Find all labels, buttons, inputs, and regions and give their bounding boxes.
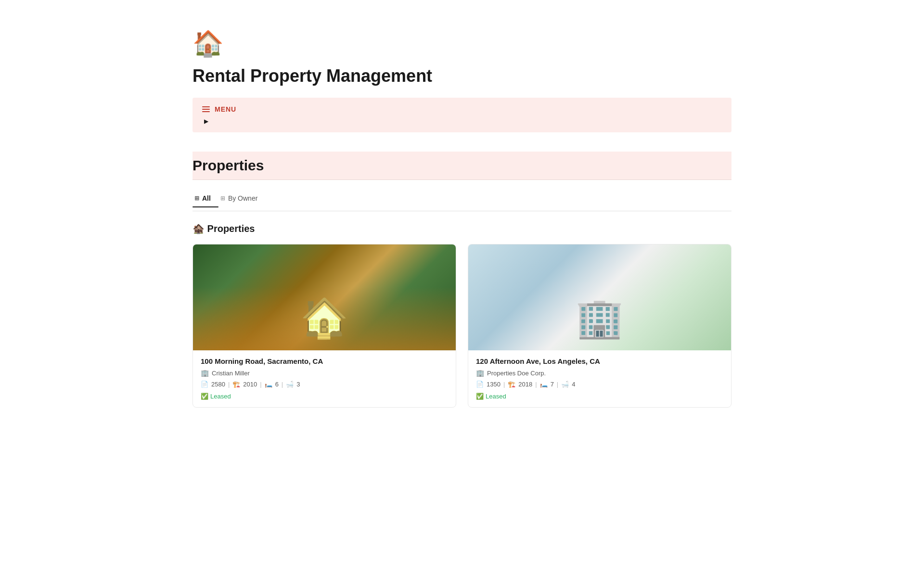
properties-sub-title: 🏚️ Properties [192, 223, 255, 234]
property-info-2: 120 Afternoon Ave, Los Angeles, CA 🏢 Pro… [468, 350, 731, 407]
property-info-1: 100 Morning Road, Sacramento, CA 🏢 Crist… [193, 350, 456, 407]
owner-name-2: Properties Doe Corp. [487, 370, 546, 377]
property-owner-2: 🏢 Properties Doe Corp. [476, 369, 723, 377]
property-stats-1: 📄 2580 | 🏗️ 2010 | 🛏️ 6 | 🛁 3 [201, 381, 448, 388]
baths-icon-1: 🛁 [286, 381, 294, 388]
year-value-2: 2018 [518, 381, 532, 388]
tabs-row: ⊞ All ⊞ By Owner [192, 192, 732, 211]
status-icon-1: ✅ [201, 393, 208, 400]
baths-value-2: 4 [572, 381, 575, 388]
owner-name-1: Cristian Miller [212, 370, 250, 377]
property-stats-2: 📄 1350 | 🏗️ 2018 | 🛏️ 7 | 🛁 4 [476, 381, 723, 388]
properties-sub-header: 🏚️ Properties [192, 223, 732, 234]
owner-icon-2: 🏢 [476, 369, 484, 377]
sqft-icon-2: 📄 [476, 381, 484, 388]
property-image-1 [193, 244, 456, 350]
year-icon-1: 🏗️ [232, 381, 240, 388]
house-icon: 🏠 [192, 29, 732, 58]
menu-arrow[interactable]: ▶ [202, 118, 722, 125]
status-label-1: Leased [210, 393, 231, 400]
beds-value-1: 6 [275, 381, 279, 388]
menu-label: MENU [215, 105, 236, 113]
owner-icon-1: 🏢 [201, 369, 209, 377]
grid-icon-all: ⊞ [194, 195, 199, 202]
property-card-1[interactable]: 100 Morning Road, Sacramento, CA 🏢 Crist… [192, 244, 456, 408]
status-badge-1: ✅ Leased [201, 393, 231, 400]
year-value-1: 2010 [243, 381, 257, 388]
beds-icon-1: 🛏️ [265, 381, 272, 388]
property-card-2[interactable]: 120 Afternoon Ave, Los Angeles, CA 🏢 Pro… [468, 244, 732, 408]
menu-bar: MENU ▶ [192, 98, 732, 132]
app-title: Rental Property Management [192, 66, 732, 86]
baths-value-1: 3 [296, 381, 300, 388]
sqft-value-1: 2580 [211, 381, 225, 388]
menu-toggle[interactable]: MENU [202, 105, 722, 113]
status-label-2: Leased [486, 393, 506, 400]
tab-all-label: All [202, 194, 211, 202]
app-logo-container: 🏠 [192, 29, 732, 58]
tab-by-owner[interactable]: ⊞ By Owner [218, 192, 265, 207]
tab-all[interactable]: ⊞ All [192, 192, 218, 207]
beds-value-2: 7 [551, 381, 554, 388]
sqft-value-2: 1350 [487, 381, 500, 388]
beds-icon-2: 🛏️ [540, 381, 548, 388]
properties-section-title: Properties [192, 157, 732, 174]
grid-icon-owner: ⊞ [220, 195, 225, 202]
year-icon-2: 🏗️ [508, 381, 515, 388]
status-icon-2: ✅ [476, 393, 484, 400]
baths-icon-2: 🛁 [561, 381, 569, 388]
sqft-icon-1: 📄 [201, 381, 208, 388]
property-address-1: 100 Morning Road, Sacramento, CA [201, 357, 448, 365]
properties-grid: 100 Morning Road, Sacramento, CA 🏢 Crist… [192, 244, 732, 408]
property-address-2: 120 Afternoon Ave, Los Angeles, CA [476, 357, 723, 365]
property-owner-1: 🏢 Cristian Miller [201, 369, 448, 377]
hamburger-icon [202, 106, 210, 112]
tab-by-owner-label: By Owner [228, 194, 257, 202]
properties-section-header: Properties [192, 152, 732, 180]
property-image-2 [468, 244, 731, 350]
status-badge-2: ✅ Leased [476, 393, 506, 400]
